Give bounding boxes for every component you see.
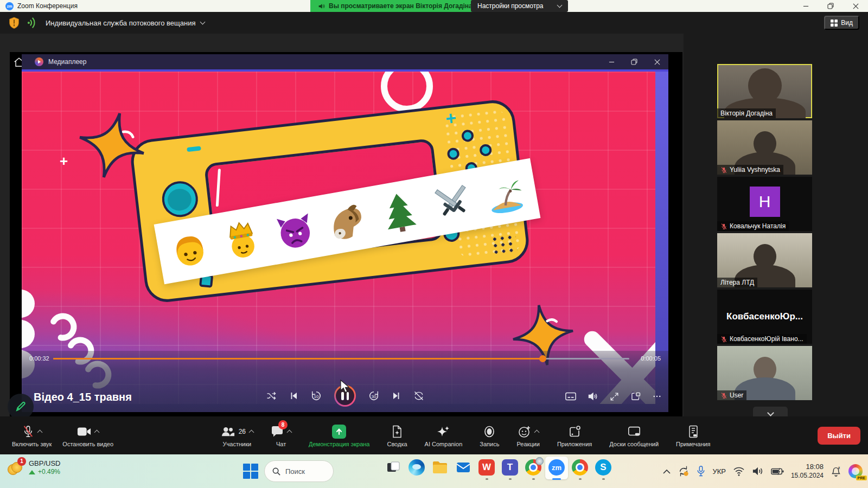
zoom-toolbar: Включить звук Остановить видео [0, 416, 868, 454]
clock[interactable]: 18:08 15.05.2024 [791, 463, 824, 480]
console-screen-shine [216, 169, 221, 207]
time-elapsed: 0:00:32 [29, 355, 49, 362]
close-button[interactable] [843, 0, 868, 12]
player-progress-bar[interactable] [53, 358, 629, 359]
security-shield-icon[interactable] [9, 17, 20, 29]
subtitles-button[interactable] [565, 390, 577, 402]
wps-office-button[interactable]: W [478, 459, 495, 484]
wifi-icon[interactable] [733, 466, 745, 476]
teams-button[interactable]: T [501, 459, 519, 484]
apps-button[interactable]: Приложения [553, 424, 596, 447]
close-button[interactable] [646, 54, 668, 69]
edge-button[interactable] [408, 459, 425, 484]
volume-icon[interactable] [752, 466, 764, 477]
chrome-button[interactable] [571, 459, 589, 484]
stream-info-bar: Индивидуальная служба потокового вещания… [0, 12, 868, 34]
notes-label: Примечания [676, 441, 711, 447]
repeat-off-button[interactable] [413, 390, 424, 401]
edge-icon [409, 459, 425, 476]
more-options-button[interactable] [652, 391, 662, 401]
microphone-in-use-icon[interactable] [697, 465, 705, 477]
chrome-profile-button[interactable] [525, 459, 542, 484]
participant-tile[interactable]: КовбасенкоЮр... КовбасенкоЮрій Івано... [717, 290, 812, 344]
participant-tile[interactable]: Yuliia Vyshnytska [717, 120, 812, 175]
summary-icon [392, 425, 403, 438]
sync-update-icon[interactable] [678, 465, 690, 477]
audio-options-chevron[interactable] [37, 430, 42, 435]
mini-player-button[interactable] [630, 391, 641, 402]
record-label: Запись [480, 441, 499, 447]
player-progress-handle[interactable] [539, 355, 546, 362]
stream-service-selector[interactable]: Индивидуальная служба потокового вещания [46, 19, 205, 27]
shuffle-button[interactable] [266, 390, 277, 401]
participant-name-label: КовбасенкоЮрій Івано... [717, 334, 807, 344]
camera-icon [77, 426, 91, 437]
annotate-button[interactable] [8, 394, 34, 420]
horse-emoji [323, 197, 372, 246]
start-button[interactable] [243, 464, 258, 479]
view-settings-button[interactable]: Настройки просмотра [471, 0, 568, 12]
whiteboards-button[interactable]: Доски сообщений [605, 424, 663, 447]
file-explorer-button[interactable] [431, 459, 449, 484]
chat-button[interactable]: 8 Чат [266, 424, 296, 447]
language-indicator[interactable]: УКР [712, 467, 726, 476]
media-player-window-controls [600, 54, 668, 69]
mail-button[interactable] [455, 459, 472, 484]
skip-forward-30-button[interactable]: 30 [368, 390, 380, 402]
grid-icon [831, 20, 838, 27]
copilot-icon[interactable]: PRE [848, 464, 863, 478]
media-player-content: + [22, 72, 668, 412]
previous-track-button[interactable] [289, 391, 298, 401]
participant-tile[interactable]: Літера ЛТД [717, 233, 812, 287]
chevron-down-icon [200, 20, 206, 25]
participant-name-label: Вікторія Догадіна [717, 108, 776, 118]
participants-button[interactable]: 26 Участники [216, 424, 258, 447]
chevron-down-icon [557, 3, 562, 8]
battery-icon[interactable] [771, 466, 784, 476]
ai-companion-button[interactable]: AI Companion [420, 424, 467, 447]
participant-tile[interactable]: Н Ковальчук Наталія [717, 177, 812, 231]
skype-button[interactable]: S [595, 459, 612, 484]
skip-back-10-button[interactable]: 10 [310, 390, 322, 402]
next-track-button[interactable] [392, 391, 401, 401]
media-player-titlebar[interactable]: Медиаплеер [22, 54, 668, 69]
zoom-app-button[interactable]: zm [548, 459, 565, 484]
fullscreen-button[interactable] [609, 391, 620, 402]
participants-chevron[interactable] [249, 430, 254, 435]
stop-video-button[interactable]: Остановить видео [58, 424, 118, 447]
leave-meeting-button[interactable]: Выйти [818, 427, 860, 445]
restore-button[interactable] [818, 0, 843, 12]
taskbar-search[interactable]: Поиск [264, 460, 334, 482]
participant-tile[interactable]: Вікторія Догадіна [717, 64, 812, 118]
stock-widget[interactable]: 1 GBP/USD +0.49% [8, 459, 61, 476]
summary-button[interactable]: Сводка [382, 424, 411, 447]
muted-mic-icon [720, 336, 727, 343]
chat-chevron[interactable] [287, 430, 292, 435]
muted-mic-icon [720, 166, 727, 174]
apps-icon [568, 425, 581, 438]
console-speaker-holes [490, 234, 518, 255]
ai-sparkle-icon [437, 425, 450, 438]
video-options-chevron[interactable] [94, 430, 100, 435]
window-controls [793, 0, 868, 12]
restore-button[interactable] [623, 54, 646, 69]
skype-icon: S [595, 459, 611, 476]
hidden-icons-chevron[interactable] [663, 469, 671, 474]
share-screen-button[interactable]: Демонстрация экрана [304, 424, 374, 447]
record-button[interactable]: Запись [475, 424, 503, 447]
participant-tile[interactable]: User [717, 346, 812, 400]
notes-button[interactable]: Примечания [672, 424, 715, 447]
volume-button[interactable] [588, 391, 598, 402]
reactions-button[interactable]: Реакции [512, 424, 544, 447]
media-player-title: Медиаплеер [48, 58, 86, 66]
participant-name-label: Літера ЛТД [717, 278, 757, 287]
view-layout-button[interactable]: Вид [824, 16, 859, 30]
task-view-button[interactable] [385, 459, 402, 484]
minimize-button[interactable] [793, 0, 818, 12]
minimize-button[interactable] [600, 54, 623, 69]
unmute-button[interactable]: Включить звук [8, 424, 56, 447]
active-app-indicator [552, 478, 561, 480]
reactions-chevron[interactable] [534, 430, 539, 435]
notifications-dnd-icon[interactable]: z [831, 465, 841, 477]
muted-mic-icon [22, 425, 34, 438]
